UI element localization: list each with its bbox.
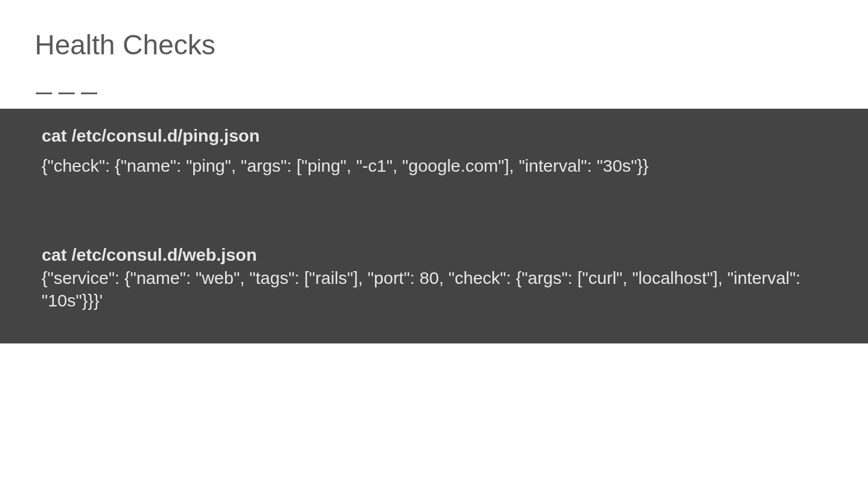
slide-title: Health Checks: [35, 29, 833, 61]
command-line: cat /etc/consul.d/web.json: [42, 244, 826, 266]
json-output: {"service": {"name": "web", "tags": ["ra…: [42, 267, 826, 312]
gap: [42, 178, 826, 244]
divider-dashes: [35, 93, 833, 94]
json-output: {"check": {"name": "ping", "args": ["pin…: [42, 155, 826, 177]
command-line: cat /etc/consul.d/ping.json: [42, 125, 826, 147]
dash: [81, 93, 97, 94]
slide: Health Checks cat /etc/consul.d/ping.jso…: [0, 0, 868, 488]
dash: [36, 93, 52, 94]
code-block: cat /etc/consul.d/ping.json {"check": {"…: [0, 109, 868, 343]
dash: [58, 93, 75, 94]
